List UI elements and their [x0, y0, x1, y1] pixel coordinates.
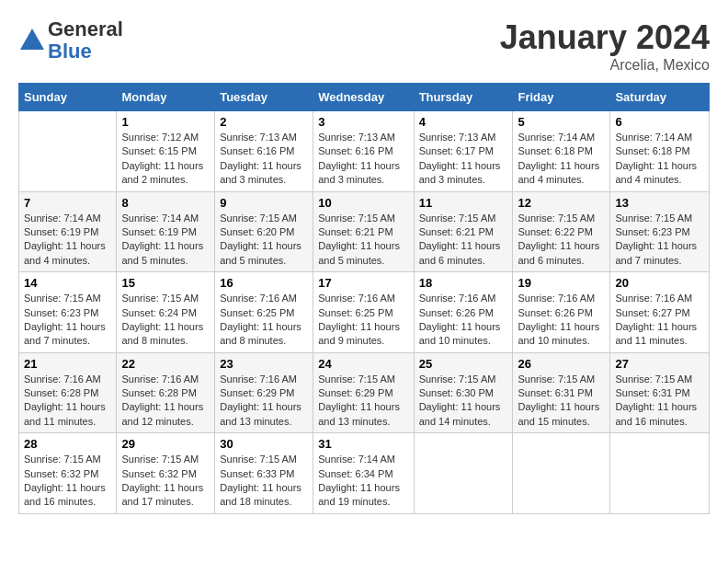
- day-number: 21: [24, 357, 111, 371]
- day-info: Sunrise: 7:16 AM Sunset: 6:28 PM Dayligh…: [24, 373, 111, 430]
- day-info: Sunrise: 7:14 AM Sunset: 6:18 PM Dayligh…: [615, 131, 704, 188]
- header-cell-saturday: Saturday: [610, 84, 710, 111]
- day-number: 3: [318, 115, 408, 129]
- calendar-cell: 8Sunrise: 7:14 AM Sunset: 6:19 PM Daylig…: [117, 191, 215, 272]
- logo-icon: [18, 27, 46, 54]
- header-cell-wednesday: Wednesday: [313, 84, 414, 111]
- calendar-cell: 3Sunrise: 7:13 AM Sunset: 6:16 PM Daylig…: [313, 111, 414, 192]
- day-number: 15: [121, 276, 210, 290]
- day-info: Sunrise: 7:15 AM Sunset: 6:20 PM Dayligh…: [220, 212, 308, 269]
- calendar-header: SundayMondayTuesdayWednesdayThursdayFrid…: [19, 84, 710, 111]
- day-info: Sunrise: 7:15 AM Sunset: 6:33 PM Dayligh…: [220, 453, 308, 510]
- calendar-cell: 22Sunrise: 7:16 AM Sunset: 6:28 PM Dayli…: [117, 352, 215, 433]
- week-row-2: 7Sunrise: 7:14 AM Sunset: 6:19 PM Daylig…: [19, 191, 710, 272]
- day-info: Sunrise: 7:14 AM Sunset: 6:19 PM Dayligh…: [121, 212, 210, 269]
- day-number: 20: [615, 276, 704, 290]
- day-number: 2: [220, 115, 308, 129]
- calendar-cell: 18Sunrise: 7:16 AM Sunset: 6:26 PM Dayli…: [414, 272, 513, 353]
- day-info: Sunrise: 7:15 AM Sunset: 6:21 PM Dayligh…: [419, 212, 508, 269]
- day-number: 18: [419, 276, 508, 290]
- day-info: Sunrise: 7:15 AM Sunset: 6:23 PM Dayligh…: [24, 292, 111, 349]
- calendar-cell: 30Sunrise: 7:15 AM Sunset: 6:33 PM Dayli…: [215, 433, 313, 514]
- week-row-5: 28Sunrise: 7:15 AM Sunset: 6:32 PM Dayli…: [19, 433, 710, 514]
- calendar-cell: 6Sunrise: 7:14 AM Sunset: 6:18 PM Daylig…: [610, 111, 710, 192]
- day-number: 6: [615, 115, 704, 129]
- header-cell-friday: Friday: [513, 84, 610, 111]
- day-number: 12: [518, 196, 605, 210]
- calendar-cell: 1Sunrise: 7:12 AM Sunset: 6:15 PM Daylig…: [117, 111, 215, 192]
- day-number: 23: [220, 357, 308, 371]
- title-block: January 2024 Arcelia, Mexico: [500, 18, 710, 74]
- calendar-cell: 17Sunrise: 7:16 AM Sunset: 6:25 PM Dayli…: [313, 272, 414, 353]
- day-number: 10: [318, 196, 408, 210]
- calendar-cell: 12Sunrise: 7:15 AM Sunset: 6:22 PM Dayli…: [513, 191, 610, 272]
- calendar-cell: 5Sunrise: 7:14 AM Sunset: 6:18 PM Daylig…: [513, 111, 610, 192]
- logo: General Blue: [18, 18, 123, 63]
- calendar-cell: 9Sunrise: 7:15 AM Sunset: 6:20 PM Daylig…: [215, 191, 313, 272]
- day-info: Sunrise: 7:15 AM Sunset: 6:23 PM Dayligh…: [615, 212, 704, 269]
- calendar-cell: 27Sunrise: 7:15 AM Sunset: 6:31 PM Dayli…: [610, 352, 710, 433]
- calendar-cell: 11Sunrise: 7:15 AM Sunset: 6:21 PM Dayli…: [414, 191, 513, 272]
- calendar-cell: [19, 111, 117, 192]
- day-info: Sunrise: 7:14 AM Sunset: 6:18 PM Dayligh…: [518, 131, 605, 188]
- page-header: General Blue January 2024 Arcelia, Mexic…: [18, 18, 710, 74]
- day-info: Sunrise: 7:14 AM Sunset: 6:34 PM Dayligh…: [318, 453, 408, 510]
- day-info: Sunrise: 7:16 AM Sunset: 6:26 PM Dayligh…: [419, 292, 508, 349]
- day-number: 11: [419, 196, 508, 210]
- day-number: 5: [518, 115, 605, 129]
- header-row: SundayMondayTuesdayWednesdayThursdayFrid…: [19, 84, 710, 111]
- day-number: 8: [121, 196, 210, 210]
- day-number: 25: [419, 357, 508, 371]
- day-info: Sunrise: 7:12 AM Sunset: 6:15 PM Dayligh…: [121, 131, 210, 188]
- day-info: Sunrise: 7:15 AM Sunset: 6:24 PM Dayligh…: [121, 292, 210, 349]
- calendar-cell: 21Sunrise: 7:16 AM Sunset: 6:28 PM Dayli…: [19, 352, 117, 433]
- week-row-3: 14Sunrise: 7:15 AM Sunset: 6:23 PM Dayli…: [19, 272, 710, 353]
- header-cell-tuesday: Tuesday: [215, 84, 313, 111]
- day-number: 24: [318, 357, 408, 371]
- calendar-cell: 26Sunrise: 7:15 AM Sunset: 6:31 PM Dayli…: [513, 352, 610, 433]
- svg-marker-0: [20, 29, 44, 50]
- day-number: 9: [220, 196, 308, 210]
- calendar-cell: [414, 433, 513, 514]
- calendar-cell: 19Sunrise: 7:16 AM Sunset: 6:26 PM Dayli…: [513, 272, 610, 353]
- day-number: 14: [24, 276, 111, 290]
- header-cell-thursday: Thursday: [414, 84, 513, 111]
- day-info: Sunrise: 7:16 AM Sunset: 6:25 PM Dayligh…: [318, 292, 408, 349]
- day-info: Sunrise: 7:15 AM Sunset: 6:22 PM Dayligh…: [518, 212, 605, 269]
- calendar-cell: 15Sunrise: 7:15 AM Sunset: 6:24 PM Dayli…: [117, 272, 215, 353]
- calendar-cell: [513, 433, 610, 514]
- header-cell-sunday: Sunday: [19, 84, 117, 111]
- day-info: Sunrise: 7:16 AM Sunset: 6:25 PM Dayligh…: [220, 292, 308, 349]
- calendar-cell: 31Sunrise: 7:14 AM Sunset: 6:34 PM Dayli…: [313, 433, 414, 514]
- day-number: 22: [121, 357, 210, 371]
- week-row-1: 1Sunrise: 7:12 AM Sunset: 6:15 PM Daylig…: [19, 111, 710, 192]
- day-info: Sunrise: 7:16 AM Sunset: 6:26 PM Dayligh…: [518, 292, 605, 349]
- day-info: Sunrise: 7:15 AM Sunset: 6:31 PM Dayligh…: [518, 373, 605, 430]
- day-info: Sunrise: 7:13 AM Sunset: 6:17 PM Dayligh…: [419, 131, 508, 188]
- logo-blue: Blue: [48, 40, 92, 63]
- main-title: January 2024: [500, 18, 710, 57]
- day-info: Sunrise: 7:15 AM Sunset: 6:32 PM Dayligh…: [121, 453, 210, 510]
- day-info: Sunrise: 7:16 AM Sunset: 6:27 PM Dayligh…: [615, 292, 704, 349]
- calendar-cell: 16Sunrise: 7:16 AM Sunset: 6:25 PM Dayli…: [215, 272, 313, 353]
- day-info: Sunrise: 7:14 AM Sunset: 6:19 PM Dayligh…: [24, 212, 111, 269]
- calendar-cell: 28Sunrise: 7:15 AM Sunset: 6:32 PM Dayli…: [19, 433, 117, 514]
- calendar-cell: 20Sunrise: 7:16 AM Sunset: 6:27 PM Dayli…: [610, 272, 710, 353]
- day-number: 19: [518, 276, 605, 290]
- day-number: 7: [24, 196, 111, 210]
- calendar-cell: 23Sunrise: 7:16 AM Sunset: 6:29 PM Dayli…: [215, 352, 313, 433]
- day-info: Sunrise: 7:15 AM Sunset: 6:32 PM Dayligh…: [24, 453, 111, 510]
- calendar-cell: 4Sunrise: 7:13 AM Sunset: 6:17 PM Daylig…: [414, 111, 513, 192]
- day-number: 17: [318, 276, 408, 290]
- day-info: Sunrise: 7:15 AM Sunset: 6:21 PM Dayligh…: [318, 212, 408, 269]
- day-info: Sunrise: 7:16 AM Sunset: 6:28 PM Dayligh…: [121, 373, 210, 430]
- day-number: 30: [220, 437, 308, 451]
- week-row-4: 21Sunrise: 7:16 AM Sunset: 6:28 PM Dayli…: [19, 352, 710, 433]
- day-number: 4: [419, 115, 508, 129]
- logo-text: General Blue: [48, 18, 123, 63]
- day-info: Sunrise: 7:15 AM Sunset: 6:30 PM Dayligh…: [419, 373, 508, 430]
- calendar-body: 1Sunrise: 7:12 AM Sunset: 6:15 PM Daylig…: [19, 111, 710, 514]
- calendar-cell: 24Sunrise: 7:15 AM Sunset: 6:29 PM Dayli…: [313, 352, 414, 433]
- day-number: 28: [24, 437, 111, 451]
- day-info: Sunrise: 7:15 AM Sunset: 6:31 PM Dayligh…: [615, 373, 704, 430]
